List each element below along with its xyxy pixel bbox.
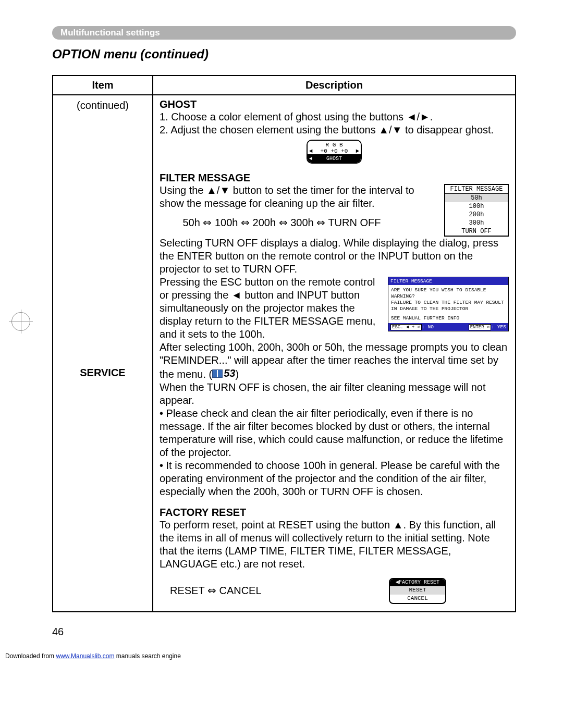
ref-number: 53 <box>224 367 235 380</box>
ghost-osd-label: ◄ GHOST <box>308 155 361 163</box>
text: 2. Adjust the chosen element using the b… <box>160 124 378 135</box>
text: : NO <box>422 324 434 330</box>
section-header-pill: Multifunctional settings <box>52 26 516 40</box>
left-arrow-icon: ◄ <box>309 148 313 154</box>
filter-paragraph-6: • Please check and clean the air filter … <box>160 407 509 459</box>
warning-line: FAILURE TO CLEAN THE FILTER MAY RESULT I… <box>391 300 506 312</box>
description-cell: GHOST 1. Choose a color element of ghost… <box>153 95 516 612</box>
ghost-osd-values: +0 +0 +0 <box>321 148 348 154</box>
page-number: 46 <box>52 626 516 638</box>
factory-reset-chain-row: RESET ⇔ CANCEL ◄FACTORY RESET RESET CANC… <box>160 578 509 604</box>
left-right-arrow-glyph: ◄/►. <box>407 111 433 122</box>
text: To perform reset, point at RESET using t… <box>160 519 393 530</box>
text: GHOST <box>326 156 342 162</box>
ghost-line-1: 1. Choose a color element of ghost using… <box>160 110 509 124</box>
filter-list-option: TURN OFF <box>445 227 508 236</box>
ghost-heading: GHOST <box>160 98 509 110</box>
text: : YES <box>491 324 506 330</box>
book-icon <box>212 369 223 378</box>
document-page: Multifunctional settings OPTION menu (co… <box>0 0 563 648</box>
ghost-osd-values-row: ◄ +0 +0 +0 ► <box>308 148 361 154</box>
filter-paragraph-2: Selecting TURN OFF displays a dialog. Wh… <box>160 237 509 276</box>
col-header-description: Description <box>153 76 516 95</box>
download-footer: Downloaded from www.Manualslib.com manua… <box>0 648 563 664</box>
service-label: SERVICE <box>54 367 152 379</box>
filter-paragraph-7: • It is recommended to choose 100h in ge… <box>160 459 509 498</box>
page-title: OPTION menu (continued) <box>52 47 516 61</box>
text: 1. Choose a color element of ghost using… <box>160 111 407 122</box>
filter-paragraph-4: After selecting 100h, 200h, 300h or 50h,… <box>160 341 509 381</box>
warning-line: SEE MANUAL FURTHER INFO <box>391 315 506 322</box>
warning-line: ARE YOU SURE YOU WISH TO DISABLE WARNING… <box>391 287 506 300</box>
ghost-osd-graphic: R G B ◄ +0 +0 +0 ► ◄ GHOST <box>307 140 362 164</box>
filter-warning-dialog: FILTER MESSAGE ARE YOU SURE YOU WISH TO … <box>388 277 509 331</box>
up-down-arrow-glyph: ▲/▼ <box>206 184 230 196</box>
item-cell: (continued) SERVICE <box>53 95 153 612</box>
ghost-line-2: 2. Adjust the chosen element using the b… <box>160 124 509 137</box>
factory-reset-osd: ◄FACTORY RESET RESET CANCEL <box>389 578 446 604</box>
up-arrow-glyph: ▲ <box>393 519 403 530</box>
esc-key-label: ESC. ◄ + ⏎ <box>390 324 422 330</box>
text: 50h <box>160 217 203 228</box>
col-header-item: Item <box>53 76 153 95</box>
left-arrow-glyph: ◄ <box>231 289 242 301</box>
factory-reset-heading: FACTORY RESET <box>160 507 509 519</box>
factory-reset-osd-option: RESET <box>390 586 445 595</box>
filter-list-option: 100h <box>445 202 508 211</box>
filter-list-option: 300h <box>445 219 508 227</box>
text: ) <box>235 368 239 380</box>
text: ⇔ 100h ⇔ 200h ⇔ 300h ⇔ TURN OFF <box>203 217 381 228</box>
warning-title: FILTER MESSAGE <box>388 277 508 285</box>
factory-reset-osd-title: ◄FACTORY RESET <box>390 579 445 587</box>
filter-paragraph-5: When the TURN OFF is chosen, the air fil… <box>160 381 509 407</box>
ghost-osd-rgb: R G B <box>308 141 361 148</box>
text: to disappear ghost. <box>402 124 494 135</box>
factory-reset-option-chain: RESET ⇔ CANCEL <box>170 584 262 597</box>
continued-label: (continued) <box>77 100 129 111</box>
right-arrow-icon: ► <box>356 148 359 154</box>
up-down-arrow-glyph: ▲/▼ <box>378 124 402 135</box>
filter-message-list-osd: FILTER MESSAGE 50h 100h 200h 300h TURN O… <box>444 184 509 237</box>
manual-page-reference: 53 <box>212 367 235 380</box>
filter-list-option: 200h <box>445 211 508 219</box>
left-arrow-icon: ◄ <box>309 156 312 162</box>
option-menu-table: Item Description (continued) SERVICE GHO… <box>52 75 516 612</box>
text: Using the <box>160 184 206 196</box>
text: Downloaded from <box>5 652 56 660</box>
warning-footer: ESC. ◄ + ⏎: NO ENTER ⏎: YES <box>388 323 508 331</box>
text: manuals search engine <box>114 652 180 660</box>
filter-list-option: 50h <box>445 194 508 202</box>
text: After selecting 100h, 200h, 300h or 50h,… <box>160 341 507 380</box>
enter-key-label: ENTER ⏎ <box>469 324 492 330</box>
factory-reset-paragraph: To perform reset, point at RESET using t… <box>160 519 509 571</box>
factory-reset-osd-option: CANCEL <box>390 595 445 603</box>
filter-message-heading: FILTER MESSAGE <box>160 172 509 184</box>
manualslib-link[interactable]: www.Manualslib.com <box>56 652 114 660</box>
filter-list-title: FILTER MESSAGE <box>445 185 508 194</box>
